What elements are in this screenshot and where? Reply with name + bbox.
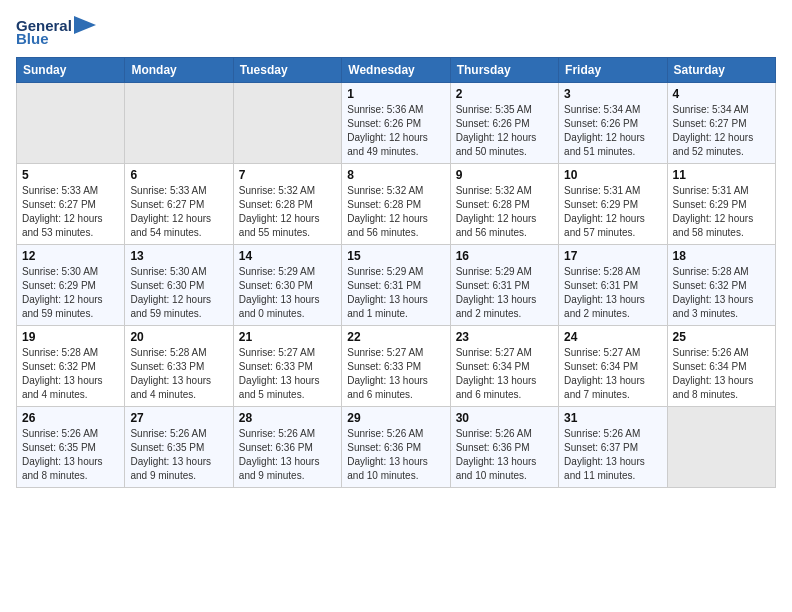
day-number: 27 [130, 411, 227, 425]
cell-info: Sunrise: 5:28 AM Sunset: 6:32 PM Dayligh… [22, 346, 119, 402]
cell-info: Sunrise: 5:32 AM Sunset: 6:28 PM Dayligh… [456, 184, 553, 240]
day-number: 17 [564, 249, 661, 263]
calendar-cell: 9Sunrise: 5:32 AM Sunset: 6:28 PM Daylig… [450, 164, 558, 245]
calendar-week-2: 5Sunrise: 5:33 AM Sunset: 6:27 PM Daylig… [17, 164, 776, 245]
calendar-week-5: 26Sunrise: 5:26 AM Sunset: 6:35 PM Dayli… [17, 407, 776, 488]
calendar-cell: 29Sunrise: 5:26 AM Sunset: 6:36 PM Dayli… [342, 407, 450, 488]
cell-info: Sunrise: 5:31 AM Sunset: 6:29 PM Dayligh… [564, 184, 661, 240]
calendar-cell: 1Sunrise: 5:36 AM Sunset: 6:26 PM Daylig… [342, 83, 450, 164]
cell-info: Sunrise: 5:28 AM Sunset: 6:33 PM Dayligh… [130, 346, 227, 402]
cell-info: Sunrise: 5:30 AM Sunset: 6:30 PM Dayligh… [130, 265, 227, 321]
day-number: 6 [130, 168, 227, 182]
day-number: 13 [130, 249, 227, 263]
calendar-cell: 13Sunrise: 5:30 AM Sunset: 6:30 PM Dayli… [125, 245, 233, 326]
calendar-cell: 6Sunrise: 5:33 AM Sunset: 6:27 PM Daylig… [125, 164, 233, 245]
calendar-cell: 27Sunrise: 5:26 AM Sunset: 6:35 PM Dayli… [125, 407, 233, 488]
calendar-cell: 18Sunrise: 5:28 AM Sunset: 6:32 PM Dayli… [667, 245, 775, 326]
calendar-cell: 12Sunrise: 5:30 AM Sunset: 6:29 PM Dayli… [17, 245, 125, 326]
day-number: 10 [564, 168, 661, 182]
calendar-header: SundayMondayTuesdayWednesdayThursdayFrid… [17, 58, 776, 83]
day-number: 12 [22, 249, 119, 263]
logo-arrow-icon [74, 16, 96, 34]
calendar-cell [125, 83, 233, 164]
day-number: 18 [673, 249, 770, 263]
day-number: 22 [347, 330, 444, 344]
cell-info: Sunrise: 5:28 AM Sunset: 6:31 PM Dayligh… [564, 265, 661, 321]
day-number: 24 [564, 330, 661, 344]
calendar-table: SundayMondayTuesdayWednesdayThursdayFrid… [16, 57, 776, 488]
cell-info: Sunrise: 5:34 AM Sunset: 6:27 PM Dayligh… [673, 103, 770, 159]
weekday-header-saturday: Saturday [667, 58, 775, 83]
calendar-week-4: 19Sunrise: 5:28 AM Sunset: 6:32 PM Dayli… [17, 326, 776, 407]
cell-info: Sunrise: 5:26 AM Sunset: 6:35 PM Dayligh… [130, 427, 227, 483]
cell-info: Sunrise: 5:33 AM Sunset: 6:27 PM Dayligh… [22, 184, 119, 240]
calendar-cell: 17Sunrise: 5:28 AM Sunset: 6:31 PM Dayli… [559, 245, 667, 326]
cell-info: Sunrise: 5:26 AM Sunset: 6:36 PM Dayligh… [347, 427, 444, 483]
day-number: 5 [22, 168, 119, 182]
calendar-cell [667, 407, 775, 488]
day-number: 20 [130, 330, 227, 344]
calendar-cell: 16Sunrise: 5:29 AM Sunset: 6:31 PM Dayli… [450, 245, 558, 326]
calendar-cell: 8Sunrise: 5:32 AM Sunset: 6:28 PM Daylig… [342, 164, 450, 245]
cell-info: Sunrise: 5:32 AM Sunset: 6:28 PM Dayligh… [239, 184, 336, 240]
cell-info: Sunrise: 5:26 AM Sunset: 6:34 PM Dayligh… [673, 346, 770, 402]
calendar-cell: 24Sunrise: 5:27 AM Sunset: 6:34 PM Dayli… [559, 326, 667, 407]
weekday-header-thursday: Thursday [450, 58, 558, 83]
calendar-cell: 30Sunrise: 5:26 AM Sunset: 6:36 PM Dayli… [450, 407, 558, 488]
day-number: 26 [22, 411, 119, 425]
calendar-cell: 25Sunrise: 5:26 AM Sunset: 6:34 PM Dayli… [667, 326, 775, 407]
calendar-cell: 20Sunrise: 5:28 AM Sunset: 6:33 PM Dayli… [125, 326, 233, 407]
cell-info: Sunrise: 5:29 AM Sunset: 6:30 PM Dayligh… [239, 265, 336, 321]
day-number: 30 [456, 411, 553, 425]
calendar-cell: 15Sunrise: 5:29 AM Sunset: 6:31 PM Dayli… [342, 245, 450, 326]
day-number: 23 [456, 330, 553, 344]
calendar-week-1: 1Sunrise: 5:36 AM Sunset: 6:26 PM Daylig… [17, 83, 776, 164]
calendar-cell [17, 83, 125, 164]
day-number: 8 [347, 168, 444, 182]
day-number: 15 [347, 249, 444, 263]
cell-info: Sunrise: 5:28 AM Sunset: 6:32 PM Dayligh… [673, 265, 770, 321]
calendar-cell: 7Sunrise: 5:32 AM Sunset: 6:28 PM Daylig… [233, 164, 341, 245]
day-number: 11 [673, 168, 770, 182]
cell-info: Sunrise: 5:32 AM Sunset: 6:28 PM Dayligh… [347, 184, 444, 240]
day-number: 1 [347, 87, 444, 101]
weekday-header-friday: Friday [559, 58, 667, 83]
day-number: 9 [456, 168, 553, 182]
calendar-cell: 4Sunrise: 5:34 AM Sunset: 6:27 PM Daylig… [667, 83, 775, 164]
cell-info: Sunrise: 5:27 AM Sunset: 6:33 PM Dayligh… [347, 346, 444, 402]
cell-info: Sunrise: 5:35 AM Sunset: 6:26 PM Dayligh… [456, 103, 553, 159]
weekday-header-wednesday: Wednesday [342, 58, 450, 83]
day-number: 7 [239, 168, 336, 182]
cell-info: Sunrise: 5:26 AM Sunset: 6:36 PM Dayligh… [239, 427, 336, 483]
cell-info: Sunrise: 5:27 AM Sunset: 6:34 PM Dayligh… [456, 346, 553, 402]
cell-info: Sunrise: 5:26 AM Sunset: 6:35 PM Dayligh… [22, 427, 119, 483]
weekday-header-tuesday: Tuesday [233, 58, 341, 83]
calendar-cell: 3Sunrise: 5:34 AM Sunset: 6:26 PM Daylig… [559, 83, 667, 164]
day-number: 31 [564, 411, 661, 425]
calendar-cell: 21Sunrise: 5:27 AM Sunset: 6:33 PM Dayli… [233, 326, 341, 407]
day-number: 25 [673, 330, 770, 344]
calendar-cell: 5Sunrise: 5:33 AM Sunset: 6:27 PM Daylig… [17, 164, 125, 245]
calendar-cell: 23Sunrise: 5:27 AM Sunset: 6:34 PM Dayli… [450, 326, 558, 407]
cell-info: Sunrise: 5:34 AM Sunset: 6:26 PM Dayligh… [564, 103, 661, 159]
cell-info: Sunrise: 5:27 AM Sunset: 6:33 PM Dayligh… [239, 346, 336, 402]
cell-info: Sunrise: 5:30 AM Sunset: 6:29 PM Dayligh… [22, 265, 119, 321]
day-number: 14 [239, 249, 336, 263]
day-number: 28 [239, 411, 336, 425]
day-number: 4 [673, 87, 770, 101]
cell-info: Sunrise: 5:27 AM Sunset: 6:34 PM Dayligh… [564, 346, 661, 402]
calendar-cell: 14Sunrise: 5:29 AM Sunset: 6:30 PM Dayli… [233, 245, 341, 326]
cell-info: Sunrise: 5:31 AM Sunset: 6:29 PM Dayligh… [673, 184, 770, 240]
svg-marker-0 [74, 16, 96, 34]
cell-info: Sunrise: 5:33 AM Sunset: 6:27 PM Dayligh… [130, 184, 227, 240]
calendar-cell: 11Sunrise: 5:31 AM Sunset: 6:29 PM Dayli… [667, 164, 775, 245]
logo-blue: Blue [16, 30, 49, 47]
day-number: 16 [456, 249, 553, 263]
calendar-week-3: 12Sunrise: 5:30 AM Sunset: 6:29 PM Dayli… [17, 245, 776, 326]
day-number: 19 [22, 330, 119, 344]
logo: General Blue [16, 16, 96, 47]
weekday-header-sunday: Sunday [17, 58, 125, 83]
cell-info: Sunrise: 5:26 AM Sunset: 6:37 PM Dayligh… [564, 427, 661, 483]
cell-info: Sunrise: 5:29 AM Sunset: 6:31 PM Dayligh… [347, 265, 444, 321]
page-header: General Blue [16, 16, 776, 47]
